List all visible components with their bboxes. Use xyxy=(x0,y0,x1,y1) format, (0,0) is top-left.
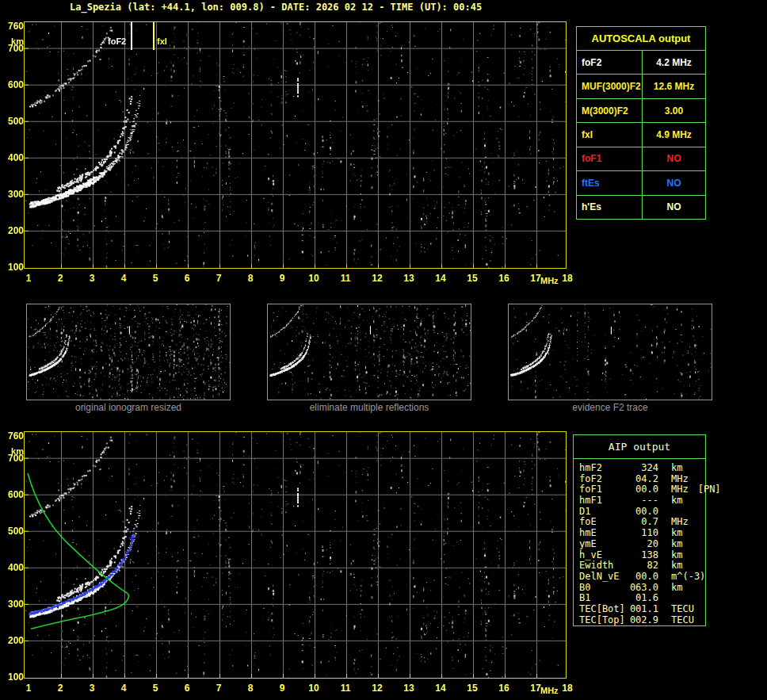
aip-row-label: ymE xyxy=(579,539,628,550)
aip-row: foF204.2MHz xyxy=(579,474,705,485)
ionogram-top-canvas xyxy=(25,22,566,268)
aip-row: foE0.7MHz xyxy=(579,517,705,528)
aip-row-value: 0.7 xyxy=(628,517,658,528)
y-tick-label: 760 xyxy=(2,21,24,32)
aip-row-extra: [PN] xyxy=(698,484,721,495)
aip-row-unit: km xyxy=(671,539,682,550)
x-tick-label: 7 xyxy=(210,683,227,694)
x-tick-label: 3 xyxy=(83,683,101,694)
autoscala-row-label: h'Es xyxy=(577,196,643,219)
ionogram-top-plot xyxy=(24,21,567,269)
x-tick-label: 10 xyxy=(305,273,322,284)
y-tick-label: 300 xyxy=(2,189,24,200)
y-axis-unit-label: km xyxy=(2,446,24,456)
aip-row-value: 00.0 xyxy=(628,572,658,583)
x-tick-label: 2 xyxy=(52,683,69,694)
autoscala-row: foF1NO xyxy=(577,147,705,171)
aip-row-label: hmF1 xyxy=(579,495,628,507)
x-tick-label: 10 xyxy=(305,683,322,694)
thumbnail-panel-2 xyxy=(267,304,471,400)
autoscala-row-value: 3.00 xyxy=(643,99,705,122)
aip-row-unit: MHz xyxy=(671,474,689,485)
aip-row-value: 20 xyxy=(628,539,658,550)
aip-row-label: foF1 xyxy=(579,484,628,495)
ionogram-bottom-plot xyxy=(24,431,567,679)
x-tick-label: 1 xyxy=(20,273,37,284)
autoscala-row-value: 4.2 MHz xyxy=(643,51,705,74)
x-tick-label: 2 xyxy=(52,273,69,284)
aip-row-label: hmF2 xyxy=(579,463,628,474)
aip-row-value: 002.9 xyxy=(628,615,658,626)
thumbnail-caption: original ionogram resized xyxy=(26,402,231,413)
autoscala-row-value: NO xyxy=(643,196,705,219)
foF2-marker-label: foF2 xyxy=(108,36,126,46)
autoscala-row: ftEsNO xyxy=(577,171,705,195)
ionogram-bottom-canvas xyxy=(25,432,566,678)
x-tick-label: 18 xyxy=(559,683,576,694)
x-tick-label: 12 xyxy=(368,683,386,694)
autoscala-row-label: MUF(3000)F2 xyxy=(577,75,643,98)
aip-row-unit: km xyxy=(671,463,682,474)
x-tick-label: 14 xyxy=(432,683,449,694)
aip-row: B101.6 xyxy=(579,593,705,604)
x-tick-label: 16 xyxy=(495,273,513,284)
autoscala-row-value: NO xyxy=(643,147,705,170)
y-tick-label: 500 xyxy=(2,116,24,127)
x-tick-label: 1 xyxy=(20,683,37,694)
y-tick-label: 200 xyxy=(2,635,24,646)
autoscala-row: MUF(3000)F212.6 MHz xyxy=(577,75,705,98)
autoscala-output-table: AUTOSCALA output foF24.2 MHzMUF(3000)F21… xyxy=(576,26,706,220)
y-axis-unit-label: km xyxy=(2,36,24,46)
x-tick-label: 9 xyxy=(273,273,291,284)
x-tick-label: 6 xyxy=(178,683,196,694)
x-tick-label: 15 xyxy=(464,273,481,284)
autoscala-row-label: fxI xyxy=(577,123,643,146)
aip-row: TEC[Top]002.9TECU xyxy=(579,615,705,626)
aip-row-label: hmE xyxy=(579,528,628,539)
aip-row: TEC[Bot]001.1TECU xyxy=(579,604,705,615)
x-axis-unit-label: MHz xyxy=(540,686,559,695)
aip-row-label: foE xyxy=(579,517,628,528)
x-tick-label: 13 xyxy=(400,683,418,694)
aip-row-unit: km xyxy=(671,550,682,561)
aip-row: DelN_vE00.0m^(-3) xyxy=(579,572,705,583)
thumbnail-caption: eliminate multiple reflections xyxy=(267,402,471,413)
x-tick-label: 14 xyxy=(432,273,449,284)
aip-row-label: D1 xyxy=(579,507,628,518)
aip-row-label: Ewidth xyxy=(579,560,628,572)
autoscala-table-header: AUTOSCALA output xyxy=(577,27,705,51)
x-tick-label: 7 xyxy=(210,273,227,284)
autoscala-row-value: NO xyxy=(643,171,705,194)
aip-row-unit: MHz xyxy=(671,484,689,495)
autoscala-row-label: M(3000)F2 xyxy=(577,99,643,122)
y-tick-label: 760 xyxy=(2,430,24,442)
aip-row-label: B0 xyxy=(579,583,628,594)
aip-row-value: 001.1 xyxy=(628,604,658,615)
aip-row-unit: km xyxy=(671,583,682,594)
x-tick-label: 6 xyxy=(178,273,196,284)
aip-row: h_vE138km xyxy=(579,550,705,561)
autoscala-row: M(3000)F23.00 xyxy=(577,99,705,123)
aip-row-unit: m^(-3) xyxy=(671,572,705,583)
aip-row: D100.0 xyxy=(579,507,705,518)
aip-row-value: 063.0 xyxy=(628,583,658,594)
aip-row-value: 00.0 xyxy=(628,507,658,518)
aip-row-label: h_vE xyxy=(579,550,628,561)
x-tick-label: 11 xyxy=(337,683,354,694)
aip-row: foF100.0MHz[PN] xyxy=(579,484,705,495)
x-tick-label: 5 xyxy=(147,683,164,694)
autoscala-screen: La_Spezia (lat: +44.1, lon: 009.8) - DAT… xyxy=(0,0,767,700)
page-title: La_Spezia (lat: +44.1, lon: 009.8) - DAT… xyxy=(70,2,482,13)
x-tick-label: 8 xyxy=(242,683,259,694)
aip-row-value: --- xyxy=(628,495,658,507)
autoscala-row-label: ftEs xyxy=(577,171,643,194)
x-tick-label: 11 xyxy=(337,273,354,284)
aip-row-value: 138 xyxy=(628,550,658,561)
fxI-marker-label: fxI xyxy=(157,36,167,46)
x-tick-label: 9 xyxy=(273,683,291,694)
thumbnail-caption: evidence F2 trace xyxy=(508,402,712,413)
aip-row-label: DelN_vE xyxy=(579,572,628,583)
aip-row-value: 324 xyxy=(628,463,658,474)
aip-row: ymE20km xyxy=(579,539,705,550)
autoscala-row-label: foF2 xyxy=(577,51,643,74)
